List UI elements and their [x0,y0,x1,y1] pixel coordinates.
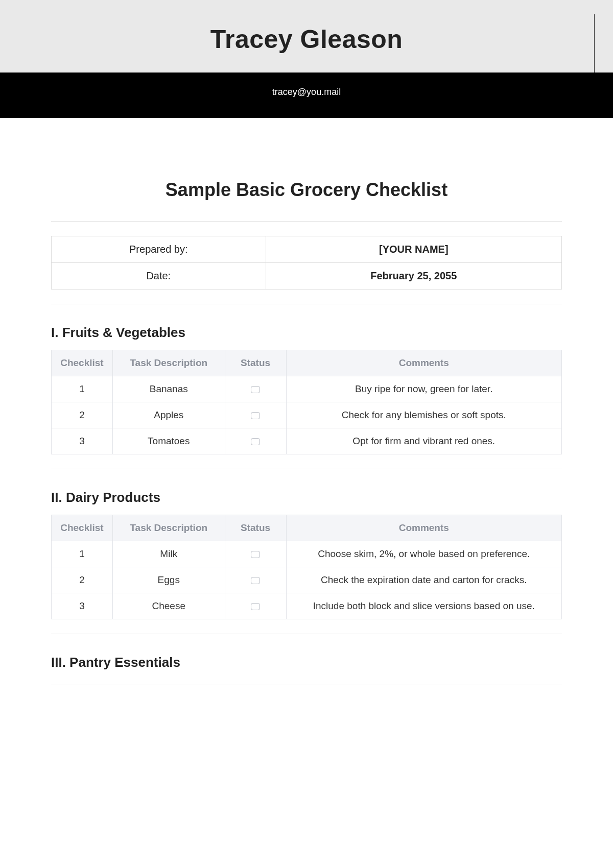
cell-comments: Include both block and slice versions ba… [286,593,561,619]
header-email-bar: tracey@you.mail [0,73,613,118]
cell-task-description: Eggs [112,567,225,593]
table-row: 3CheeseInclude both block and slice vers… [52,593,562,619]
column-header-checklist: Checklist [52,515,113,541]
meta-label-date: Date: [52,263,266,290]
cell-status [225,567,286,593]
cell-comments: Opt for firm and vibrant red ones. [286,428,561,454]
cell-task-description: Tomatoes [112,428,225,454]
cell-task-description: Cheese [112,593,225,619]
table-row: 1MilkChoose skim, 2%, or whole based on … [52,541,562,567]
table-row: 1BananasBuy ripe for now, green for late… [52,376,562,402]
cell-checklist-number: 1 [52,376,113,402]
divider [51,634,562,634]
divider [51,469,562,469]
section-heading: II. Dairy Products [51,490,562,505]
cell-status [225,402,286,428]
cell-comments: Buy ripe for now, green for later. [286,376,561,402]
table-row: 3TomatoesOpt for firm and vibrant red on… [52,428,562,454]
table-row: 2EggsCheck the expiration date and carto… [52,567,562,593]
status-checkbox[interactable] [251,551,260,558]
column-header-comments: Comments [286,350,561,376]
column-header-status: Status [225,350,286,376]
checklist-table: ChecklistTask DescriptionStatusComments1… [51,515,562,619]
cell-checklist-number: 3 [52,428,113,454]
meta-table: Prepared by: [YOUR NAME] Date: February … [51,236,562,290]
column-header-task: Task Description [112,350,225,376]
cell-comments: Check for any blemishes or soft spots. [286,402,561,428]
cell-status [225,376,286,402]
author-email: tracey@you.mail [272,87,341,97]
author-name: Tracey Gleason [0,25,613,54]
section-heading: III. Pantry Essentials [51,655,562,670]
divider [51,685,562,685]
status-checkbox[interactable] [251,577,260,584]
cell-checklist-number: 3 [52,593,113,619]
meta-label-prepared-by: Prepared by: [52,236,266,263]
table-row: 2ApplesCheck for any blemishes or soft s… [52,402,562,428]
cell-checklist-number: 2 [52,567,113,593]
section-heading: I. Fruits & Vegetables [51,325,562,341]
meta-value-prepared-by: [YOUR NAME] [266,236,561,263]
divider [51,221,562,222]
meta-row-date: Date: February 25, 2055 [52,263,562,290]
cell-task-description: Milk [112,541,225,567]
column-header-status: Status [225,515,286,541]
meta-row-prepared-by: Prepared by: [YOUR NAME] [52,236,562,263]
meta-value-date: February 25, 2055 [266,263,561,290]
cell-task-description: Bananas [112,376,225,402]
column-header-checklist: Checklist [52,350,113,376]
checklist-table: ChecklistTask DescriptionStatusComments1… [51,350,562,454]
status-checkbox[interactable] [251,603,260,610]
column-header-task: Task Description [112,515,225,541]
cell-status [225,541,286,567]
cell-status [225,428,286,454]
status-checkbox[interactable] [251,386,260,393]
cell-checklist-number: 1 [52,541,113,567]
divider [51,304,562,304]
cell-status [225,593,286,619]
status-checkbox[interactable] [251,412,260,419]
column-header-comments: Comments [286,515,561,541]
document-body: Sample Basic Grocery Checklist Prepared … [0,179,613,730]
header-top: Tracey Gleason [0,0,613,73]
cell-checklist-number: 2 [52,402,113,428]
status-checkbox[interactable] [251,438,260,445]
cell-task-description: Apples [112,402,225,428]
cell-comments: Check the expiration date and carton for… [286,567,561,593]
cell-comments: Choose skim, 2%, or whole based on prefe… [286,541,561,567]
document-title: Sample Basic Grocery Checklist [51,179,562,201]
